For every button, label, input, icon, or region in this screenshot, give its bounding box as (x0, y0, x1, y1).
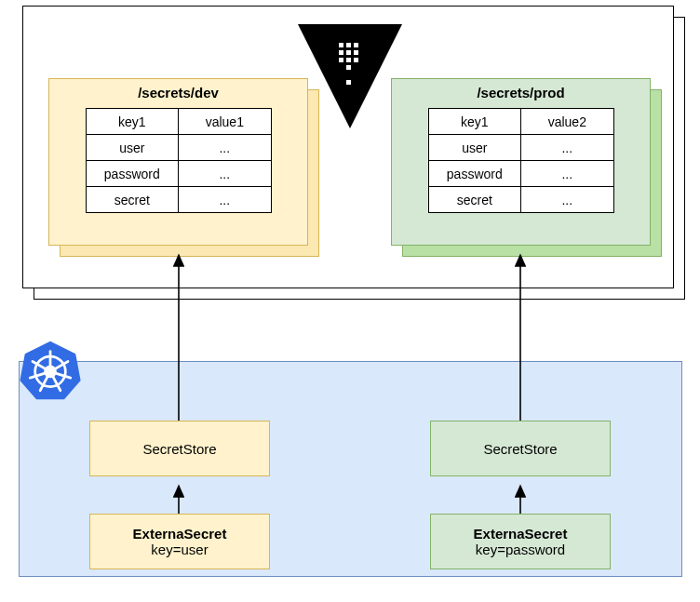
prod-externalsecret: ExternaSecret key=password (430, 514, 611, 569)
prod-externalsecret-sub: key=password (476, 542, 565, 557)
prod-secretstore: SecretStore (430, 421, 611, 476)
dev-secrets-table: key1value1 user... password... secret... (86, 108, 272, 213)
table-row: key1value2 (428, 109, 613, 135)
table-row: secret... (428, 187, 613, 213)
dev-secrets-card: /secrets/dev key1value1 user... password… (48, 78, 308, 246)
vault-icon-dot (346, 80, 351, 85)
vault-icon-grid (339, 43, 358, 70)
dev-secretstore-label: SecretStore (142, 441, 216, 457)
prod-secrets-table: key1value2 user... password... secret... (428, 108, 614, 213)
prod-secretstore-label: SecretStore (483, 441, 557, 457)
dev-externalsecret-title: ExternaSecret (133, 526, 227, 542)
dev-externalsecret: ExternaSecret key=user (89, 514, 270, 569)
table-row: user... (86, 135, 271, 161)
prod-externalsecret-title: ExternaSecret (474, 526, 568, 542)
table-row: password... (86, 161, 271, 187)
table-row: password... (428, 161, 613, 187)
table-row: secret... (86, 187, 271, 213)
dev-secrets-title: /secrets/dev (49, 79, 307, 102)
diagram-stage: /secrets/dev key1value1 user... password… (0, 0, 700, 602)
dev-secretstore: SecretStore (89, 421, 270, 476)
table-row: user... (428, 135, 613, 161)
table-row: key1value1 (86, 109, 271, 135)
prod-secrets-card: /secrets/prod key1value2 user... passwor… (391, 78, 651, 246)
dev-externalsecret-sub: key=user (151, 542, 208, 557)
prod-secrets-title: /secrets/prod (392, 79, 650, 102)
kubernetes-icon (19, 339, 82, 402)
